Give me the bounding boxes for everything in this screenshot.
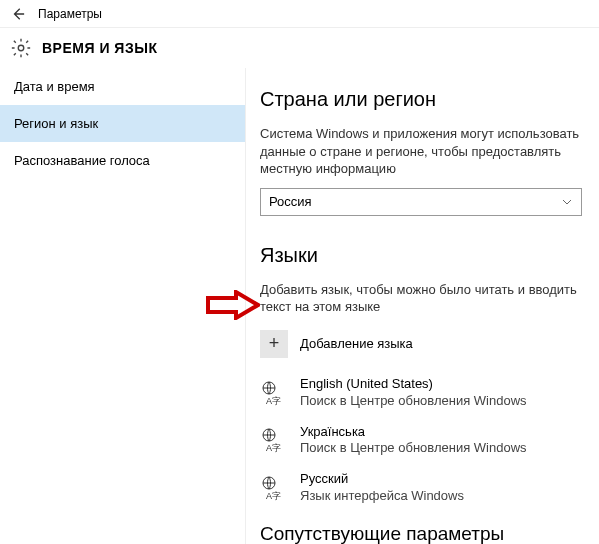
language-globe-icon: A字 (260, 474, 288, 502)
plus-icon: + (260, 330, 288, 358)
languages-section: Языки Добавить язык, чтобы можно было чи… (260, 244, 585, 505)
sidebar-item-speech[interactable]: Распознавание голоса (0, 142, 245, 179)
svg-text:A字: A字 (266, 491, 281, 501)
sidebar-item-region-language[interactable]: Регион и язык (0, 105, 245, 142)
language-sub: Язык интерфейса Windows (300, 488, 464, 505)
add-language-button[interactable]: + Добавление языка (260, 330, 585, 358)
chevron-down-icon (561, 196, 573, 208)
region-dropdown-value: Россия (269, 194, 312, 209)
sidebar: Дата и время Регион и язык Распознавание… (0, 68, 245, 544)
related-settings-title: Сопутствующие параметры (260, 523, 585, 544)
language-globe-icon: A字 (260, 379, 288, 407)
back-arrow-icon (11, 7, 25, 21)
window-title: Параметры (38, 7, 102, 21)
titlebar: Параметры (0, 0, 599, 28)
back-button[interactable] (4, 0, 32, 28)
language-item-english[interactable]: A字 English (United States) Поиск в Центр… (260, 376, 585, 410)
language-text: English (United States) Поиск в Центре о… (300, 376, 527, 410)
language-item-ukrainian[interactable]: A字 Українська Поиск в Центре обновления … (260, 424, 585, 458)
svg-point-0 (18, 45, 24, 51)
sidebar-item-datetime[interactable]: Дата и время (0, 68, 245, 105)
page-title: ВРЕМЯ И ЯЗЫК (42, 40, 157, 56)
language-sub: Поиск в Центре обновления Windows (300, 393, 527, 410)
languages-desc: Добавить язык, чтобы можно было читать и… (260, 281, 585, 316)
content: Дата и время Регион и язык Распознавание… (0, 68, 599, 544)
languages-title: Языки (260, 244, 585, 267)
language-name: Русский (300, 471, 464, 488)
svg-text:A字: A字 (266, 443, 281, 453)
language-item-russian[interactable]: A字 Русский Язык интерфейса Windows (260, 471, 585, 505)
region-dropdown[interactable]: Россия (260, 188, 582, 216)
language-text: Русский Язык интерфейса Windows (300, 471, 464, 505)
add-language-label: Добавление языка (300, 336, 413, 351)
main-panel: Страна или регион Система Windows и прил… (245, 68, 599, 544)
page-header: ВРЕМЯ И ЯЗЫК (0, 28, 599, 68)
language-name: English (United States) (300, 376, 527, 393)
language-name: Українська (300, 424, 527, 441)
language-text: Українська Поиск в Центре обновления Win… (300, 424, 527, 458)
language-sub: Поиск в Центре обновления Windows (300, 440, 527, 457)
region-section-desc: Система Windows и приложения могут испол… (260, 125, 585, 178)
svg-text:A字: A字 (266, 396, 281, 406)
gear-icon (10, 37, 32, 59)
region-section-title: Страна или регион (260, 88, 585, 111)
language-globe-icon: A字 (260, 426, 288, 454)
